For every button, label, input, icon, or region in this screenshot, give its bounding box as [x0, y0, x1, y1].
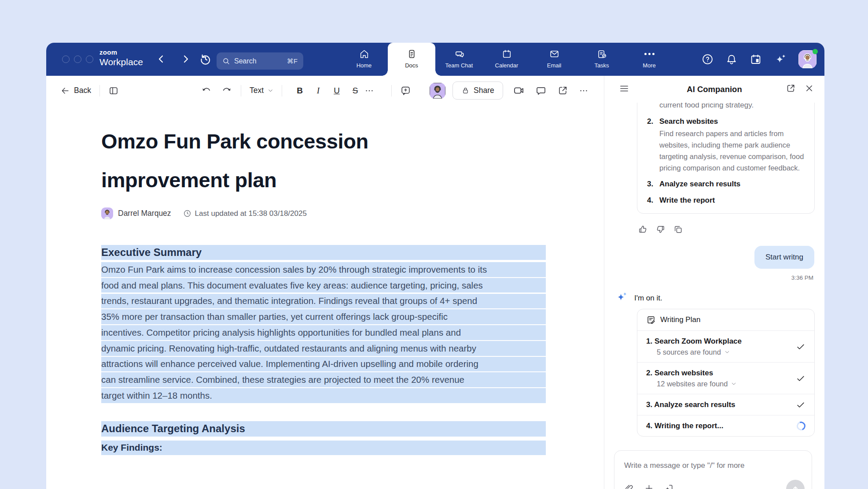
heading-audience-targeting[interactable]: Audience Targeting Analysis — [101, 421, 546, 437]
plan-step-3[interactable]: 3. Analyze search results — [637, 394, 814, 415]
toolbar-divider — [99, 85, 100, 96]
email-icon — [549, 48, 560, 59]
summary-line: trends, restaurant upgrades, and themati… — [101, 294, 546, 309]
nav-forward-icon[interactable] — [181, 52, 191, 66]
back-arrow-icon — [60, 86, 70, 96]
popout-icon[interactable] — [786, 83, 796, 95]
preview-item: 3. Analyze search results — [647, 178, 805, 190]
check-icon — [796, 374, 805, 383]
history-icon[interactable] — [199, 52, 213, 66]
ai-panel-header: AI Companion — [604, 76, 824, 103]
tab-email[interactable]: Email — [530, 43, 578, 76]
user-message-bubble: Start writng — [754, 246, 814, 269]
nav-back-icon[interactable] — [156, 52, 166, 66]
thumbs-up-icon[interactable] — [638, 224, 648, 236]
more-dots-icon — [644, 48, 655, 59]
loading-spinner — [795, 420, 807, 432]
document-body[interactable]: Omzo Fun Park concession improvement pla… — [46, 122, 546, 455]
heading-executive-summary[interactable]: Executive Summary — [101, 245, 546, 260]
chevron-down-icon — [268, 88, 273, 93]
user-avatar[interactable] — [798, 50, 817, 68]
doc-title[interactable]: Omzo Fun Park concession improvement pla… — [101, 122, 546, 200]
toolbar-divider — [282, 85, 282, 96]
doc-toolbar: Back Text B I U S — [46, 76, 604, 105]
comment-add-icon[interactable] — [400, 85, 411, 96]
attach-icon[interactable] — [624, 483, 634, 489]
summary-line: can streamline service. Combined, these … — [101, 372, 546, 387]
author-avatar — [101, 207, 113, 219]
plan-step-1[interactable]: 1. Search Zoom Workplace 5 sources are f… — [637, 331, 814, 363]
back-button[interactable]: Back — [60, 86, 91, 96]
heading-key-findings[interactable]: Key Findings: — [101, 441, 546, 455]
document-area: Back Text B I U S — [46, 76, 604, 489]
brand-workplace: Workplace — [99, 57, 143, 67]
summary-line: 35% more per transaction than smaller pa… — [101, 309, 546, 324]
format-more-icon[interactable] — [364, 86, 383, 96]
toolbar-divider — [241, 85, 241, 96]
notifications-icon[interactable] — [725, 53, 738, 66]
app-tabs: Home Docs Team Chat Calendar Email Tasks — [340, 43, 673, 76]
chevron-down-icon[interactable] — [731, 381, 737, 387]
insert-to-doc-icon[interactable] — [664, 483, 674, 489]
preview-item: 4. Write the report — [647, 195, 805, 206]
executive-summary-paragraph[interactable]: Omzo Fun Park aims to increase concessio… — [101, 262, 546, 403]
preview-item: 2. Search websites — [647, 116, 805, 127]
top-navbar: zoom Workplace Search ⌘F Home Docs — [46, 43, 824, 76]
writing-plan-card: Writing Plan 1. Search Zoom Workplace 5 … — [637, 309, 815, 437]
send-button[interactable] — [786, 480, 805, 489]
strikethrough-button[interactable]: S — [346, 86, 364, 96]
toolbar-divider — [391, 85, 392, 96]
plan-step-2[interactable]: 2. Search websites 12 websites are found — [637, 363, 814, 394]
tab-home[interactable]: Home — [340, 43, 388, 76]
message-timestamp: 3:36 PM — [791, 274, 813, 281]
toolbar-more-icon[interactable] — [579, 86, 588, 96]
tab-more[interactable]: More — [625, 43, 673, 76]
open-external-icon[interactable] — [557, 85, 568, 96]
author-name: Darrel Marquez — [118, 209, 171, 218]
send-arrow-icon — [791, 484, 800, 489]
clock-icon — [183, 209, 191, 218]
chat-icon[interactable] — [535, 85, 547, 96]
bold-button[interactable]: B — [291, 86, 309, 96]
text-style-dropdown[interactable]: Text — [250, 86, 273, 95]
ai-companion-sparkle-icon[interactable] — [773, 52, 787, 67]
plan-step-4[interactable]: 4. Writing the report... — [637, 415, 814, 436]
undo-icon[interactable] — [201, 85, 212, 96]
close-icon[interactable] — [804, 83, 814, 95]
calendar-date-icon[interactable] — [749, 53, 762, 66]
zoom-workplace-window: zoom Workplace Search ⌘F Home Docs — [46, 43, 824, 489]
tasks-icon — [596, 48, 607, 59]
sidebar-toggle-icon[interactable] — [108, 85, 119, 96]
video-call-icon[interactable] — [513, 85, 525, 96]
underline-button[interactable]: U — [327, 86, 346, 96]
doc-meta-row: Darrel Marquez Last updated at 15:38 03/… — [101, 207, 546, 219]
italic-button[interactable]: I — [309, 86, 327, 96]
share-button[interactable]: Share — [452, 82, 503, 100]
tab-calendar[interactable]: Calendar — [483, 43, 530, 76]
window-zoom-button[interactable] — [86, 56, 93, 63]
plan-preview-card: current food pricing strategy. 2. Search… — [637, 103, 815, 214]
zoom-workplace-logo: zoom Workplace — [99, 49, 143, 67]
tab-team-chat[interactable]: Team Chat — [435, 43, 483, 76]
chevron-down-icon[interactable] — [724, 349, 730, 355]
summary-line: attractions will enhance perceived value… — [101, 357, 546, 372]
window-minimize-button[interactable] — [74, 56, 81, 63]
tab-tasks[interactable]: Tasks — [578, 43, 625, 76]
message-composer[interactable]: Write a message or type "/" for more — [614, 450, 812, 489]
copy-icon[interactable] — [673, 224, 683, 236]
window-controls[interactable] — [62, 56, 93, 63]
clipped-text: current food pricing strategy. — [647, 103, 805, 111]
tab-docs[interactable]: Docs — [388, 43, 435, 76]
global-search-input[interactable]: Search ⌘F — [217, 52, 303, 70]
summary-line: food and meal plans. This document evalu… — [101, 278, 546, 293]
thumbs-down-icon[interactable] — [655, 224, 666, 236]
window-close-button[interactable] — [62, 56, 70, 63]
calendar-icon — [501, 48, 512, 59]
summary-line: Omzo Fun Park aims to increase concessio… — [101, 262, 546, 277]
add-icon[interactable] — [644, 483, 654, 489]
collaborator-avatar[interactable] — [430, 83, 445, 99]
brand-zoom: zoom — [99, 49, 143, 56]
redo-icon[interactable] — [221, 85, 232, 96]
help-icon[interactable] — [701, 53, 714, 66]
ai-panel-scroll-area[interactable]: current food pricing strategy. 2. Search… — [604, 103, 824, 489]
